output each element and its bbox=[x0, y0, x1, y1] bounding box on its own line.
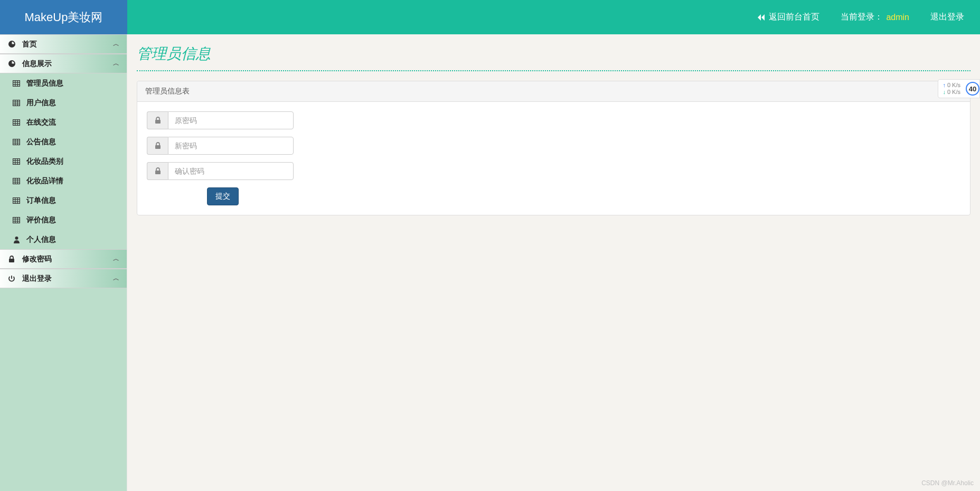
sidebar-home-label: 首页 bbox=[22, 40, 37, 49]
submit-button[interactable]: 提交 bbox=[207, 187, 239, 205]
svg-rect-44 bbox=[155, 171, 161, 174]
top-nav: 返回前台首页 当前登录： admin 退出登录 bbox=[127, 0, 980, 34]
table-icon bbox=[13, 197, 20, 204]
sidebar-sub-label: 评价信息 bbox=[26, 215, 56, 225]
sidebar-sub-user-info[interactable]: 用户信息 bbox=[0, 93, 127, 112]
sidebar-item-info-display[interactable]: 信息展示 ︿ bbox=[0, 54, 127, 73]
arrow-up-icon: ↑ bbox=[943, 82, 946, 88]
sidebar-sub-notice-info[interactable]: 公告信息 bbox=[0, 132, 127, 152]
sidebar-sub-review-info[interactable]: 评价信息 bbox=[0, 210, 127, 230]
back-home-label: 返回前台首页 bbox=[769, 12, 819, 23]
table-icon bbox=[13, 216, 20, 224]
confirm-password-input[interactable] bbox=[168, 162, 294, 180]
logout-link[interactable]: 退出登录 bbox=[930, 12, 964, 23]
table-icon bbox=[13, 80, 20, 87]
sidebar-logout-label: 退出登录 bbox=[22, 274, 52, 284]
sidebar-sub-personal-info[interactable]: 个人信息 bbox=[0, 230, 127, 249]
main-content: 管理员信息 管理员信息表 bbox=[127, 34, 980, 491]
net-circle-value: 40 bbox=[966, 82, 979, 96]
new-password-group bbox=[147, 137, 294, 155]
svg-rect-0 bbox=[13, 80, 20, 86]
sidebar-sub-cosmetic-detail[interactable]: 化妆品详情 bbox=[0, 171, 127, 191]
lock-icon bbox=[147, 137, 168, 155]
brand-logo: MakeUp美妆网 bbox=[0, 0, 127, 34]
sidebar-item-logout[interactable]: 退出登录 ︿ bbox=[0, 269, 127, 288]
watermark: CSDN @Mr.Aholic bbox=[921, 479, 974, 487]
sidebar-info-display-label: 信息展示 bbox=[22, 59, 52, 69]
dashboard-icon bbox=[7, 60, 16, 68]
dashboard-icon bbox=[7, 40, 16, 49]
sidebar-item-home[interactable]: 首页 ︿ bbox=[0, 34, 127, 54]
svg-rect-20 bbox=[13, 158, 20, 164]
back-home-link[interactable]: 返回前台首页 bbox=[757, 12, 819, 23]
svg-rect-43 bbox=[155, 145, 161, 149]
arrow-down-icon: ↓ bbox=[943, 89, 946, 95]
chevron-up-icon: ︿ bbox=[113, 59, 119, 68]
svg-rect-5 bbox=[13, 100, 20, 106]
svg-rect-30 bbox=[13, 197, 20, 203]
lock-icon bbox=[7, 255, 16, 263]
login-user: admin bbox=[886, 13, 909, 22]
sidebar-sub-label: 用户信息 bbox=[26, 98, 56, 108]
panel-title: 管理员信息表 bbox=[137, 81, 970, 102]
login-label: 当前登录： bbox=[841, 12, 883, 23]
chevron-up-icon: ︿ bbox=[113, 254, 119, 263]
sidebar-sub-label: 订单信息 bbox=[26, 196, 56, 205]
table-icon bbox=[13, 99, 20, 107]
divider bbox=[137, 70, 970, 71]
table-icon bbox=[13, 177, 20, 185]
rewind-icon bbox=[757, 14, 766, 21]
new-password-input[interactable] bbox=[168, 137, 294, 155]
chevron-up-icon: ︿ bbox=[113, 40, 119, 49]
net-down-value: 0 K/s bbox=[947, 89, 960, 95]
page-title: 管理员信息 bbox=[137, 44, 970, 64]
user-icon bbox=[13, 236, 20, 243]
lock-icon bbox=[147, 111, 168, 129]
lock-icon bbox=[147, 162, 168, 180]
sidebar-sub-online-chat[interactable]: 在线交流 bbox=[0, 112, 127, 132]
sidebar-sub-admin-info[interactable]: 管理员信息 bbox=[0, 73, 127, 93]
sidebar: 首页 ︿ 信息展示 ︿ 管理员信息 用户信息 在线交流 公告信息 bbox=[0, 34, 127, 491]
current-login: 当前登录： admin bbox=[841, 12, 909, 23]
chevron-up-icon: ︿ bbox=[113, 274, 119, 283]
table-icon bbox=[13, 138, 20, 146]
sidebar-sub-order-info[interactable]: 订单信息 bbox=[0, 191, 127, 210]
table-icon bbox=[13, 158, 20, 165]
sidebar-sub-cosmetic-cat[interactable]: 化妆品类别 bbox=[0, 152, 127, 171]
svg-rect-35 bbox=[13, 217, 20, 223]
power-icon bbox=[7, 275, 16, 283]
table-icon bbox=[13, 119, 20, 126]
confirm-password-group bbox=[147, 162, 294, 180]
net-up-value: 0 K/s bbox=[947, 82, 960, 88]
sidebar-sub-label: 在线交流 bbox=[26, 118, 56, 127]
svg-rect-15 bbox=[13, 139, 20, 145]
sidebar-change-pwd-label: 修改密码 bbox=[22, 254, 52, 264]
sidebar-sub-label: 公告信息 bbox=[26, 137, 56, 147]
old-password-group bbox=[147, 111, 294, 129]
panel-admin-info: 管理员信息表 bbox=[137, 81, 970, 215]
svg-rect-42 bbox=[155, 120, 161, 124]
sidebar-sub-label: 管理员信息 bbox=[26, 79, 63, 88]
sidebar-item-change-pwd[interactable]: 修改密码 ︿ bbox=[0, 249, 127, 269]
svg-rect-10 bbox=[13, 119, 20, 125]
sidebar-sub-label: 化妆品详情 bbox=[26, 176, 63, 186]
old-password-input[interactable] bbox=[168, 111, 294, 129]
svg-rect-25 bbox=[13, 178, 20, 184]
sidebar-sub-label: 个人信息 bbox=[26, 235, 56, 244]
sidebar-sub-label: 化妆品类别 bbox=[26, 157, 63, 166]
svg-point-40 bbox=[15, 237, 18, 240]
svg-rect-41 bbox=[9, 259, 14, 262]
logout-label: 退出登录 bbox=[930, 12, 964, 23]
network-speed-widget: ↑0 K/s ↓0 K/s 40 bbox=[938, 79, 980, 98]
